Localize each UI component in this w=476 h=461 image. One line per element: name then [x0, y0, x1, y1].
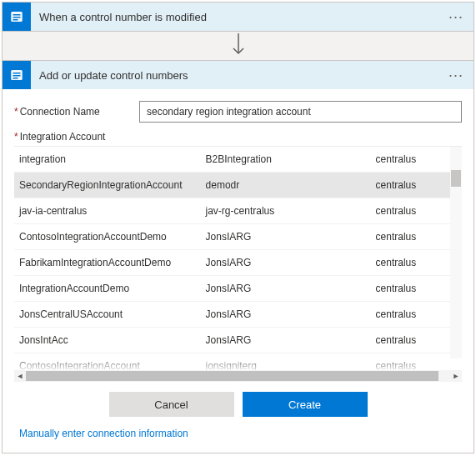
flow-connector	[2, 32, 474, 60]
vertical-scrollbar-thumb[interactable]	[451, 170, 461, 187]
action-body: *Connection Name *Integration Account in…	[3, 89, 473, 453]
cell-name: FabrikamIntegrationAccountDemo	[14, 250, 203, 276]
cell-resource-group: JonsIARG	[203, 224, 373, 250]
cell-resource-group: JonsIARG	[203, 328, 373, 353]
integration-account-label: *Integration Account	[14, 131, 462, 143]
cell-resource-group: B2BIntegration	[203, 147, 373, 173]
cell-location: centralus	[373, 276, 462, 302]
cell-name: JonsIntAcc	[14, 328, 203, 353]
integration-account-table: integrationB2BIntegrationcentralusSecond…	[14, 147, 462, 370]
trigger-title: When a control number is modified	[39, 11, 445, 23]
svg-rect-8	[13, 78, 18, 79]
connection-name-row: *Connection Name	[14, 101, 462, 123]
cell-resource-group: demodr	[203, 173, 373, 198]
cell-name: jav-ia-centralus	[14, 198, 203, 224]
trigger-card: When a control number is modified ···	[2, 2, 474, 32]
arrow-down-icon	[232, 33, 245, 58]
link-row: Manually enter connection information	[14, 425, 462, 444]
cell-name: ContosoIntegrationAccount	[14, 353, 203, 371]
cell-name: JonsCentralUSAccount	[14, 302, 203, 328]
cell-name: IntegrationAccountDemo	[14, 276, 203, 302]
cell-location: centralus	[373, 353, 462, 371]
table-row[interactable]: ContosoIntegrationAccountjonsignitergcen…	[14, 353, 462, 371]
manual-entry-link[interactable]: Manually enter connection information	[19, 428, 188, 439]
connection-name-input[interactable]	[139, 101, 462, 123]
table-row[interactable]: integrationB2BIntegrationcentralus	[14, 147, 462, 173]
scroll-right-icon[interactable]: ►	[450, 370, 462, 382]
connection-name-label: *Connection Name	[14, 106, 139, 118]
create-button[interactable]: Create	[243, 392, 368, 417]
cell-location: centralus	[373, 250, 462, 276]
trigger-connector-icon	[3, 3, 31, 31]
cell-resource-group: jonsigniterg	[203, 353, 373, 371]
scroll-left-icon[interactable]: ◄	[14, 370, 26, 382]
svg-rect-7	[13, 75, 21, 77]
integration-account-picker[interactable]: integrationB2BIntegrationcentralusSecond…	[14, 147, 462, 370]
cell-location: centralus	[373, 147, 462, 173]
cell-resource-group: JonsIARG	[203, 276, 373, 302]
action-header[interactable]: Add or update control numbers ···	[3, 61, 473, 89]
table-row[interactable]: JonsCentralUSAccountJonsIARGcentralus	[14, 302, 462, 328]
table-row[interactable]: SecondaryRegionIntegrationAccountdemodrc…	[14, 173, 462, 198]
cell-location: centralus	[373, 173, 462, 198]
svg-rect-1	[13, 14, 21, 16]
trigger-menu-icon[interactable]: ···	[445, 11, 467, 23]
trigger-header[interactable]: When a control number is modified ···	[3, 3, 473, 31]
table-row[interactable]: jav-ia-centralusjav-rg-centraluscentralu…	[14, 198, 462, 224]
action-title: Add or update control numbers	[39, 69, 445, 82]
cell-location: centralus	[373, 328, 462, 353]
cell-name: integration	[14, 147, 203, 173]
table-row[interactable]: JonsIntAccJonsIARGcentralus	[14, 328, 462, 353]
horizontal-scrollbar-thumb[interactable]	[26, 371, 438, 381]
cell-resource-group: JonsIARG	[203, 302, 373, 328]
horizontal-scrollbar[interactable]: ◄ ►	[14, 370, 462, 382]
cell-location: centralus	[373, 302, 462, 328]
cell-resource-group: JonsIARG	[203, 250, 373, 276]
cell-name: SecondaryRegionIntegrationAccount	[14, 173, 203, 198]
cell-location: centralus	[373, 224, 462, 250]
integration-account-table-wrap: integrationB2BIntegrationcentralusSecond…	[14, 146, 462, 382]
svg-rect-2	[13, 17, 21, 18]
cell-name: ContosoIntegrationAccountDemo	[14, 224, 203, 250]
action-menu-icon[interactable]: ···	[445, 69, 467, 81]
table-row[interactable]: ContosoIntegrationAccountDemoJonsIARGcen…	[14, 224, 462, 250]
action-card: Add or update control numbers ··· *Conne…	[2, 60, 474, 453]
cell-resource-group: jav-rg-centralus	[203, 198, 373, 224]
button-row: Cancel Create	[14, 382, 462, 425]
action-connector-icon	[3, 61, 31, 89]
svg-rect-6	[13, 73, 21, 74]
vertical-scrollbar[interactable]	[450, 147, 462, 358]
table-row[interactable]: IntegrationAccountDemoJonsIARGcentralus	[14, 276, 462, 302]
table-row[interactable]: FabrikamIntegrationAccountDemoJonsIARGce…	[14, 250, 462, 276]
svg-rect-3	[13, 19, 18, 21]
cell-location: centralus	[373, 198, 462, 224]
cancel-button[interactable]: Cancel	[109, 392, 234, 417]
